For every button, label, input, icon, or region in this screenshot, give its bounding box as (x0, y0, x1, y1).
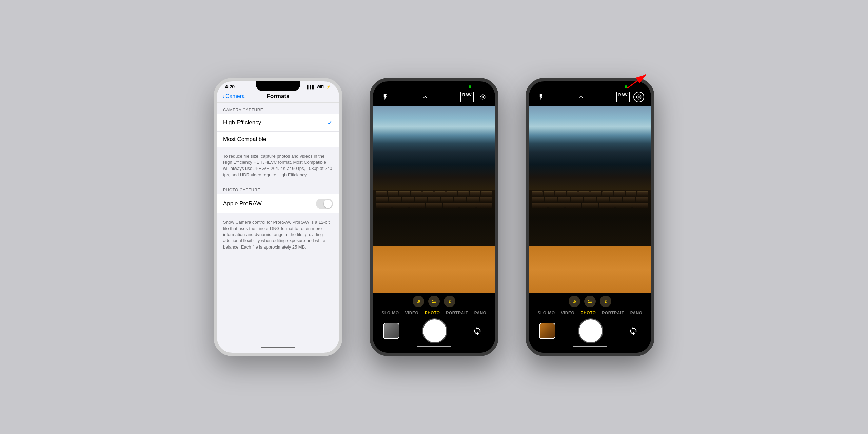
key (480, 197, 492, 202)
mode-slo-mo-2[interactable]: SLO-MO (538, 311, 555, 315)
mode-portrait-2[interactable]: PORTRAIT (602, 311, 624, 315)
flash-button[interactable] (380, 92, 391, 102)
mode-pano-2[interactable]: PANO (630, 311, 643, 315)
key (602, 191, 613, 196)
trackpad-area (373, 246, 495, 293)
signal-icon: ▌▌▌ (307, 85, 315, 89)
key (409, 203, 425, 208)
key (582, 203, 598, 208)
photo-thumbnail[interactable] (383, 323, 399, 339)
nav-title: Formats (267, 93, 289, 100)
iphone-settings-phone: 4:20 ▌▌▌ WiFi ⚡ ‹ Camera Formats CAMERA … (214, 78, 342, 356)
key (548, 203, 564, 208)
mode-photo-2[interactable]: PHOTO (580, 311, 596, 315)
key (388, 191, 399, 196)
toggle-knob (324, 200, 332, 208)
key (476, 203, 492, 208)
flash-button-2[interactable] (536, 92, 547, 102)
mode-selector-2: SLO-MO VIDEO PHOTO PORTRAIT PANO (529, 311, 651, 318)
key (532, 197, 544, 202)
zoom-wide-button-2[interactable]: .5 (569, 296, 580, 307)
key (441, 197, 453, 202)
mode-pano[interactable]: PANO (474, 311, 487, 315)
shutter-controls-2 (529, 318, 651, 344)
red-arrow-indicator (624, 71, 651, 93)
camera-screen-2: RAW (529, 81, 651, 353)
keyboard-area-2 (529, 190, 651, 246)
camera-capture-group: High Efficiency ✓ Most Compatible (217, 114, 339, 147)
key (376, 197, 388, 202)
proraw-icon-button[interactable] (633, 92, 644, 102)
zoom-1x-button-2[interactable]: 1x (584, 296, 596, 307)
viewfinder-content-2 (529, 106, 651, 293)
keyboard-row-2-1 (532, 191, 648, 196)
zoom-tele-button[interactable]: 2 (444, 296, 455, 307)
key (614, 191, 625, 196)
key (458, 191, 469, 196)
key (590, 191, 601, 196)
proraw-toggle[interactable] (316, 199, 333, 209)
shutter-button[interactable] (423, 319, 446, 342)
key (434, 191, 446, 196)
raw-badge[interactable]: RAW (460, 92, 474, 102)
mode-video[interactable]: VIDEO (405, 311, 419, 315)
most-compatible-row[interactable]: Most Compatible (217, 132, 339, 147)
mode-slo-mo[interactable]: SLO-MO (382, 311, 399, 315)
keyboard-row-2-2 (532, 197, 648, 202)
keyboard-rows-2 (532, 191, 648, 208)
home-indicator-2 (573, 346, 607, 347)
photo-thumbnail-2[interactable] (539, 323, 555, 339)
key (632, 203, 648, 208)
key (545, 197, 557, 202)
key (411, 191, 422, 196)
mode-video-2[interactable]: VIDEO (561, 311, 575, 315)
keyboard-area (373, 190, 495, 246)
key (610, 197, 622, 202)
key (470, 191, 481, 196)
camera-bottom-controls: .6 1x 2 SLO-MO VIDEO PHOTO PORTRAIT PANO (373, 293, 495, 353)
zoom-1x-button[interactable]: 1x (428, 296, 440, 307)
flip-camera-button[interactable] (470, 323, 485, 338)
camera-viewfinder (373, 106, 495, 293)
key (626, 191, 637, 196)
zoom-wide-button[interactable]: .6 (413, 296, 424, 307)
nav-back-button[interactable]: ‹ Camera (222, 93, 245, 100)
shutter-button-2[interactable] (579, 319, 602, 342)
iphone-camera1-phone: RAW (370, 78, 498, 356)
status-time: 4:20 (225, 84, 235, 90)
key (376, 191, 387, 196)
nav-bar: ‹ Camera Formats (217, 91, 339, 103)
apple-proraw-row[interactable]: Apple ProRAW (217, 194, 339, 213)
camera-screen: RAW (373, 81, 495, 353)
top-right-controls-2: RAW (616, 92, 644, 102)
key (599, 203, 615, 208)
key (426, 203, 442, 208)
zoom-tele-button-2[interactable]: 2 (600, 296, 611, 307)
key (532, 191, 543, 196)
keyboard-row-2 (376, 197, 492, 202)
mode-photo[interactable]: PHOTO (425, 311, 440, 315)
live-photo-button[interactable] (477, 92, 488, 102)
screen-reflection-2 (529, 106, 651, 190)
chevron-up-button-2[interactable] (576, 92, 587, 102)
mode-selector: SLO-MO VIDEO PHOTO PORTRAIT PANO (373, 311, 495, 318)
mode-portrait[interactable]: PORTRAIT (446, 311, 468, 315)
key (584, 197, 596, 202)
svg-point-1 (480, 95, 485, 99)
iphone-camera2-phone: RAW (526, 78, 654, 356)
chevron-up-button[interactable] (420, 92, 431, 102)
key (544, 191, 555, 196)
key (467, 197, 479, 202)
key (443, 203, 459, 208)
key (555, 191, 566, 196)
keyboard-row-3 (376, 203, 492, 208)
key (567, 191, 578, 196)
viewfinder-content (373, 106, 495, 293)
thumbnail-image (384, 323, 399, 338)
notch (568, 81, 612, 91)
flip-camera-button-2[interactable] (626, 323, 641, 338)
key (565, 203, 581, 208)
raw-badge-2[interactable]: RAW (616, 92, 630, 102)
screen-reflection (373, 106, 495, 190)
high-efficiency-row[interactable]: High Efficiency ✓ (217, 114, 339, 132)
